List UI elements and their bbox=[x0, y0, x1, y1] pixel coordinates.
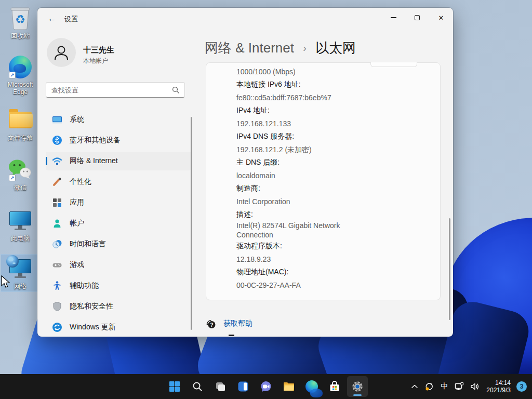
sidebar-scrollbar[interactable] bbox=[191, 117, 192, 330]
tray-chevron-button[interactable] bbox=[408, 376, 421, 397]
widgets-icon bbox=[237, 381, 249, 392]
network-icon bbox=[8, 256, 33, 281]
desktop-icon-wechat[interactable]: ↗ 微信 bbox=[1, 156, 39, 193]
start-button[interactable] bbox=[164, 376, 185, 397]
ethernet-icon bbox=[454, 381, 464, 392]
shortcut-arrow-icon: ↗ bbox=[9, 72, 16, 78]
sidebar-item-windows-update[interactable]: Windows 更新 bbox=[46, 318, 191, 337]
settings-taskbar-button[interactable] bbox=[347, 376, 368, 397]
sidebar-item-gaming[interactable]: 游戏 bbox=[46, 256, 191, 274]
clock[interactable]: 14:14 2021/9/3 bbox=[483, 376, 514, 397]
close-button[interactable]: ✕ bbox=[429, 8, 453, 28]
clock-globe-icon bbox=[52, 239, 62, 249]
desktop-icon-label: 文件存放 bbox=[8, 134, 33, 141]
detail-value: Intel(R) 82574L Gigabit Network Connecti… bbox=[236, 221, 377, 240]
detail-label: 物理地址(MAC): bbox=[236, 265, 408, 278]
widgets-button[interactable] bbox=[233, 376, 254, 397]
detail-label: 制造商: bbox=[236, 182, 408, 195]
sidebar-item-label: 游戏 bbox=[70, 260, 84, 270]
detail-value: fe80::cd5a:bdff:7687:b6eb%7 bbox=[236, 91, 382, 104]
detail-label: 本地链接 IPv6 地址: bbox=[236, 78, 408, 91]
detail-value: 192.168.121.2 (未加密) bbox=[236, 143, 382, 156]
wifi-icon bbox=[52, 156, 62, 166]
maximize-icon bbox=[415, 15, 420, 20]
sidebar-item-accounts[interactable]: 帐户 bbox=[46, 214, 191, 233]
chevron-up-icon bbox=[410, 382, 419, 391]
sidebar-item-personalization[interactable]: 个性化 bbox=[46, 172, 191, 191]
bluetooth-icon bbox=[52, 135, 62, 145]
desktop-icon-this-pc[interactable]: 此电脑 bbox=[1, 207, 39, 244]
desktop: ♻ 回收站 ↗ Microsoft Edge 文件存放 bbox=[0, 0, 532, 399]
sidebar-item-system[interactable]: 系统 bbox=[46, 110, 191, 129]
search-box[interactable] bbox=[46, 82, 185, 98]
task-view-icon bbox=[215, 381, 226, 392]
chevron-right-icon: › bbox=[303, 42, 307, 54]
system-tray: 中 14:14 2021/9/3 bbox=[408, 374, 531, 399]
recycle-bin-icon: ♻ bbox=[8, 6, 33, 31]
detail-label: 主 DNS 后缀: bbox=[236, 156, 408, 169]
get-help-link[interactable]: ? 获取帮助 bbox=[206, 318, 252, 329]
sidebar-item-network-internet[interactable]: 网络 & Internet bbox=[46, 152, 191, 170]
titlebar[interactable]: ← 设置 ✕ bbox=[37, 8, 453, 29]
person-icon bbox=[52, 44, 70, 61]
maximize-button[interactable] bbox=[405, 8, 429, 28]
shield-icon bbox=[52, 301, 62, 312]
minimize-button[interactable] bbox=[381, 8, 405, 28]
tray-update-button[interactable] bbox=[421, 376, 437, 397]
edge-icon bbox=[305, 380, 318, 393]
file-explorer-button[interactable] bbox=[278, 376, 299, 397]
sidebar-item-apps[interactable]: 应用 bbox=[46, 193, 191, 212]
sidebar-item-bluetooth-devices[interactable]: 蓝牙和其他设备 bbox=[46, 131, 191, 150]
desktop-icon-edge[interactable]: ↗ Microsoft Edge bbox=[1, 53, 39, 97]
detail-label: 描述: bbox=[236, 208, 408, 221]
sidebar-item-label: 帐户 bbox=[70, 219, 84, 228]
this-pc-icon bbox=[8, 208, 33, 233]
search-icon bbox=[192, 381, 203, 392]
folder-icon bbox=[283, 380, 295, 393]
update-icon bbox=[52, 322, 62, 332]
detail-value: 192.168.121.133 bbox=[236, 117, 382, 130]
ime-indicator[interactable]: 中 bbox=[437, 376, 451, 397]
sidebar-item-label: 网络 & Internet bbox=[70, 156, 118, 166]
edge-icon: ↗ bbox=[8, 55, 33, 79]
desktop-icon-recycle-bin[interactable]: ♻ 回收站 bbox=[1, 4, 39, 41]
sidebar-item-label: 个性化 bbox=[70, 177, 91, 187]
user-account-type: 本地帐户 bbox=[83, 57, 108, 65]
chat-button[interactable] bbox=[256, 376, 276, 397]
tray-volume-button[interactable] bbox=[467, 376, 483, 397]
back-button[interactable]: ← bbox=[45, 13, 59, 24]
apps-icon bbox=[52, 197, 62, 208]
store-button[interactable] bbox=[324, 376, 345, 397]
notification-badge[interactable]: 3 bbox=[516, 381, 527, 392]
tray-network-button[interactable] bbox=[451, 376, 467, 397]
help-icon: ? bbox=[206, 318, 216, 329]
svg-text:?: ? bbox=[210, 322, 213, 328]
breadcrumb-parent[interactable]: 网络 & Internet bbox=[205, 40, 294, 56]
detail-value: localdomain bbox=[236, 169, 382, 182]
search-input[interactable] bbox=[46, 86, 172, 94]
user-name: 十三先生 bbox=[83, 45, 114, 55]
content-scrollbar[interactable] bbox=[449, 218, 450, 320]
chat-icon bbox=[260, 381, 272, 392]
clock-date: 2021/9/3 bbox=[486, 387, 511, 394]
detail-label: IPv4 DNS 服务器: bbox=[236, 130, 408, 143]
breadcrumb: 网络 & Internet › 以太网 bbox=[205, 39, 356, 57]
svg-text:♻: ♻ bbox=[15, 13, 25, 26]
desktop-icon-folder[interactable]: 文件存放 bbox=[1, 106, 39, 143]
edge-taskbar-button[interactable] bbox=[301, 376, 322, 397]
sidebar-item-privacy-security[interactable]: 隐私和安全性 bbox=[46, 297, 191, 316]
desktop-icon-label: 网络 bbox=[14, 283, 26, 290]
shortcut-arrow-icon: ↗ bbox=[9, 175, 16, 181]
sidebar-item-time-language[interactable]: 时间和语言 bbox=[46, 235, 191, 254]
sidebar-item-label: Windows 更新 bbox=[70, 323, 116, 332]
detail-value: 00-0C-29-27-AA-FA bbox=[236, 278, 382, 291]
search-taskbar-button[interactable] bbox=[187, 376, 208, 397]
mouse-cursor bbox=[0, 275, 10, 289]
task-view-button[interactable] bbox=[210, 376, 231, 397]
avatar[interactable] bbox=[47, 38, 76, 67]
sidebar-item-accessibility[interactable]: 辅助功能 bbox=[46, 276, 191, 295]
close-icon: ✕ bbox=[438, 15, 444, 21]
paintbrush-icon bbox=[52, 177, 62, 187]
window-title: 设置 bbox=[64, 15, 78, 24]
minimize-icon bbox=[391, 17, 396, 18]
